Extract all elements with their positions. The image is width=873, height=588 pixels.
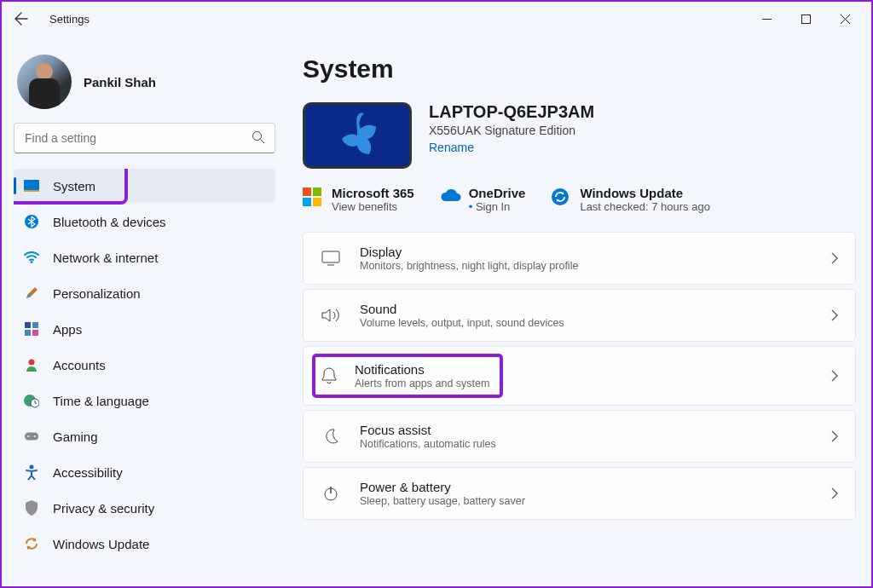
status-sub: Sign In bbox=[469, 200, 526, 213]
sidebar-item-bluetooth[interactable]: Bluetooth & devices bbox=[14, 205, 275, 239]
svg-point-15 bbox=[34, 435, 36, 437]
svg-rect-9 bbox=[32, 330, 38, 336]
card-title: Sound bbox=[360, 302, 812, 316]
svg-point-1 bbox=[253, 132, 262, 141]
svg-rect-3 bbox=[24, 190, 39, 192]
svg-rect-22 bbox=[322, 251, 339, 262]
chevron-right-icon bbox=[831, 309, 838, 321]
svg-point-16 bbox=[30, 465, 34, 470]
power-icon bbox=[321, 483, 341, 504]
sidebar-item-label: Time & language bbox=[53, 394, 149, 408]
chevron-right-icon bbox=[831, 370, 838, 382]
card-focus-assist[interactable]: Focus assistNotifications, automatic rul… bbox=[303, 410, 856, 463]
status-microsoft365[interactable]: Microsoft 365View benefits bbox=[303, 186, 414, 213]
gamepad-icon bbox=[24, 429, 39, 444]
svg-rect-0 bbox=[801, 14, 810, 23]
user-name: Pankil Shah bbox=[84, 75, 156, 89]
search-input[interactable] bbox=[14, 123, 275, 153]
svg-rect-18 bbox=[313, 187, 321, 196]
close-icon bbox=[841, 14, 850, 24]
maximize-icon bbox=[801, 14, 811, 24]
svg-rect-8 bbox=[25, 330, 31, 336]
close-button[interactable] bbox=[825, 5, 864, 32]
svg-rect-20 bbox=[313, 198, 321, 206]
nav-list: System Bluetooth & devices Network & int… bbox=[14, 169, 275, 561]
highlight-notifications: NotificationsAlerts from apps and system bbox=[312, 354, 503, 398]
sidebar-item-system[interactable]: System bbox=[14, 169, 275, 203]
card-desc: Alerts from apps and system bbox=[355, 378, 489, 389]
chevron-right-icon bbox=[831, 252, 838, 264]
sidebar-item-accessibility[interactable]: Accessibility bbox=[14, 455, 275, 489]
status-windows-update[interactable]: Windows UpdateLast checked: 7 hours ago bbox=[551, 186, 710, 213]
search-icon bbox=[251, 130, 265, 144]
sidebar-item-label: Accessibility bbox=[53, 465, 123, 480]
monitor-icon bbox=[321, 248, 341, 268]
svg-point-5 bbox=[31, 261, 33, 263]
chevron-right-icon bbox=[831, 487, 838, 499]
svg-point-10 bbox=[29, 360, 35, 366]
system-icon bbox=[24, 178, 39, 193]
status-sub: Last checked: 7 hours ago bbox=[580, 200, 710, 213]
card-power[interactable]: Power & batterySleep, battery usage, bat… bbox=[303, 467, 856, 520]
globe-clock-icon bbox=[24, 393, 39, 408]
card-sound[interactable]: SoundVolume levels, output, input, sound… bbox=[303, 289, 856, 342]
device-name: LAPTOP-Q6EJP3AM bbox=[429, 102, 594, 122]
sidebar-item-label: Privacy & security bbox=[53, 501, 154, 516]
person-icon bbox=[24, 357, 39, 372]
bluetooth-icon bbox=[24, 214, 39, 229]
sync-icon bbox=[24, 536, 39, 551]
status-label: Windows Update bbox=[580, 186, 710, 200]
svg-rect-6 bbox=[25, 322, 31, 328]
windows-bloom-icon bbox=[332, 110, 383, 161]
brush-icon bbox=[24, 285, 39, 301]
svg-rect-2 bbox=[24, 180, 39, 190]
sidebar-item-personalization[interactable]: Personalization bbox=[14, 276, 275, 310]
card-title: Power & battery bbox=[360, 480, 812, 494]
sync-icon bbox=[551, 187, 569, 206]
card-title: Focus assist bbox=[360, 423, 812, 437]
user-profile[interactable]: Pankil Shah bbox=[14, 51, 275, 123]
card-desc: Notifications, automatic rules bbox=[360, 438, 812, 450]
status-label: Microsoft 365 bbox=[332, 186, 414, 200]
minimize-button[interactable] bbox=[747, 5, 786, 32]
sidebar-item-apps[interactable]: Apps bbox=[14, 312, 275, 346]
apps-icon bbox=[24, 321, 39, 337]
maximize-button[interactable] bbox=[786, 5, 825, 32]
card-desc: Sleep, battery usage, battery saver bbox=[360, 495, 812, 507]
svg-point-14 bbox=[27, 435, 29, 437]
device-section: LAPTOP-Q6EJP3AM X556UAK Signature Editio… bbox=[303, 102, 856, 169]
sidebar-item-network[interactable]: Network & internet bbox=[14, 240, 275, 274]
accessibility-icon bbox=[24, 464, 39, 480]
sidebar: Pankil Shah System Bluetooth & devices N… bbox=[2, 36, 287, 586]
card-desc: Volume levels, output, input, sound devi… bbox=[360, 317, 812, 329]
chevron-right-icon bbox=[831, 430, 838, 442]
device-image bbox=[303, 102, 412, 169]
sidebar-item-privacy[interactable]: Privacy & security bbox=[14, 491, 275, 525]
sidebar-item-accounts[interactable]: Accounts bbox=[14, 348, 275, 382]
card-display[interactable]: DisplayMonitors, brightness, night light… bbox=[303, 232, 856, 285]
status-label: OneDrive bbox=[469, 186, 526, 200]
shield-icon bbox=[24, 500, 39, 516]
sidebar-item-gaming[interactable]: Gaming bbox=[14, 419, 275, 453]
sidebar-item-label: Personalization bbox=[53, 286, 141, 301]
status-onedrive[interactable]: OneDriveSign In bbox=[440, 186, 526, 213]
card-notifications[interactable]: NotificationsAlerts from apps and system bbox=[303, 346, 856, 406]
microsoft-icon bbox=[303, 187, 321, 206]
main-content: System LAPTOP-Q6EJP3AM X556UAK Signature… bbox=[287, 36, 871, 586]
sidebar-item-label: Gaming bbox=[53, 429, 98, 444]
svg-rect-7 bbox=[32, 322, 38, 328]
page-title: System bbox=[303, 55, 856, 84]
back-button[interactable] bbox=[9, 6, 34, 32]
avatar bbox=[17, 55, 72, 109]
card-title: Notifications bbox=[355, 362, 489, 377]
onedrive-icon bbox=[440, 187, 459, 206]
sidebar-item-time[interactable]: Time & language bbox=[14, 383, 275, 418]
device-model: X556UAK Signature Edition bbox=[429, 124, 594, 137]
sidebar-item-label: Network & internet bbox=[53, 251, 158, 265]
sidebar-item-label: Windows Update bbox=[53, 537, 149, 551]
svg-rect-19 bbox=[303, 198, 311, 206]
sidebar-item-label: Bluetooth & devices bbox=[53, 215, 166, 229]
rename-link[interactable]: Rename bbox=[429, 141, 474, 154]
svg-rect-13 bbox=[25, 433, 38, 441]
sidebar-item-windows-update[interactable]: Windows Update bbox=[14, 527, 275, 561]
